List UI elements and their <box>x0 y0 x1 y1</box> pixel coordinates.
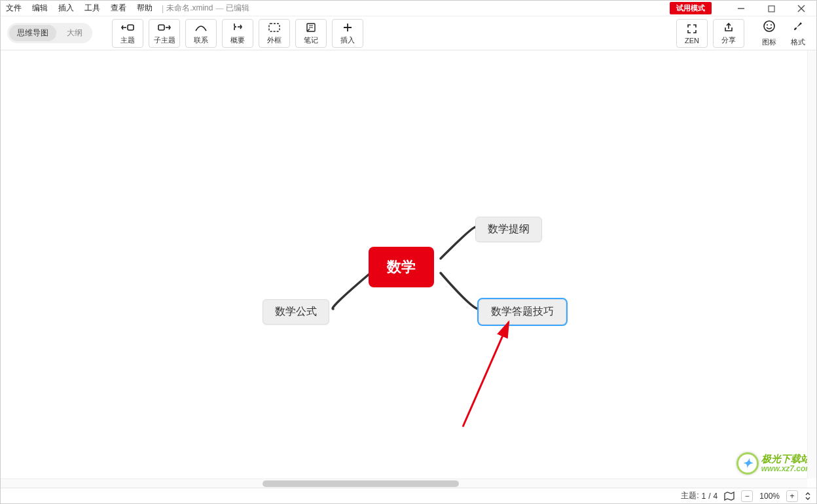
document-filename: 未命名.xmind <box>166 3 213 14</box>
topic-counter-total: 4 <box>714 492 718 501</box>
document-title: | 未命名.xmind — 已编辑 <box>162 3 249 14</box>
zen-icon <box>687 22 697 35</box>
note-icon <box>306 21 316 34</box>
plus-icon <box>342 21 353 34</box>
map-icon <box>724 492 735 501</box>
summary-button[interactable]: 概要 <box>222 19 253 48</box>
share-label: 分享 <box>721 35 736 45</box>
summary-icon <box>232 21 243 34</box>
boundary-label: 外框 <box>267 35 281 45</box>
menu-tools[interactable]: 工具 <box>79 1 105 16</box>
window-controls <box>726 1 816 16</box>
menubar: 文件 编辑 插入 工具 查看 帮助 | 未命名.xmind — 已编辑 试用模式 <box>1 1 816 16</box>
watermark-brand: 极光下载站 <box>761 454 812 465</box>
topic-counter-sep: / <box>708 492 710 501</box>
menu-edit[interactable]: 编辑 <box>27 1 53 16</box>
zoom-out-button[interactable]: − <box>741 490 753 502</box>
zen-label: ZEN <box>685 37 699 45</box>
zen-button[interactable]: ZEN <box>676 19 708 48</box>
svg-rect-4 <box>128 25 134 30</box>
note-button[interactable]: 笔记 <box>295 19 327 48</box>
topic-counter-current: 1 <box>702 492 706 501</box>
central-topic[interactable]: 数学 <box>369 247 434 287</box>
subtopic-label: 子主题 <box>154 35 175 45</box>
zoom-dropdown[interactable] <box>805 492 811 501</box>
app-window: 文件 编辑 插入 工具 查看 帮助 | 未命名.xmind — 已编辑 试用模式… <box>0 0 817 504</box>
mindmap-canvas[interactable]: 数学 数学公式 数学提纲 数学答题技巧 ✦ 极光下载站 www.xz7.com <box>1 50 816 488</box>
smile-icon <box>763 20 776 36</box>
view-switch: 思维导图 大纲 <box>7 23 92 43</box>
maximize-icon <box>768 5 775 12</box>
brush-icon <box>791 20 805 36</box>
minimize-button[interactable] <box>726 1 756 16</box>
horizontal-scrollbar[interactable] <box>1 478 807 488</box>
boundary-button[interactable]: 外框 <box>259 19 290 48</box>
minimize-icon <box>737 5 745 12</box>
toolbar-right-group: ZEN 分享 <box>676 19 744 48</box>
document-status: 已编辑 <box>226 3 249 14</box>
side-panel-toggles: 图标 格式 <box>757 20 810 47</box>
zoom-value: 100% <box>759 492 780 501</box>
toolbar-main-group: 主题 子主题 联系 概要 <box>112 19 363 48</box>
watermark-url: www.xz7.com <box>761 465 812 473</box>
topic-button[interactable]: 主题 <box>112 19 143 48</box>
icons-panel-button[interactable]: 图标 <box>757 20 781 47</box>
svg-line-11 <box>463 322 509 427</box>
insert-label: 插入 <box>340 35 355 45</box>
tab-outline[interactable]: 大纲 <box>59 25 90 41</box>
vertical-scrollbar[interactable] <box>807 50 816 478</box>
chevron-updown-icon <box>805 492 811 501</box>
relationship-label: 联系 <box>194 35 208 45</box>
svg-rect-6 <box>269 24 280 31</box>
svg-point-9 <box>767 24 768 26</box>
share-icon <box>723 21 734 34</box>
trial-mode-badge[interactable]: 试用模式 <box>670 2 712 14</box>
note-label: 笔记 <box>304 35 318 45</box>
subtopic-icon <box>158 21 171 34</box>
close-button[interactable] <box>786 1 816 16</box>
tab-mindmap[interactable]: 思维导图 <box>9 25 56 41</box>
summary-label: 概要 <box>230 35 245 45</box>
canvas-area[interactable]: 数学 数学公式 数学提纲 数学答题技巧 ✦ 极光下载站 www.xz7.com <box>1 50 816 488</box>
topic-icon <box>121 21 134 34</box>
zoom-in-button[interactable]: + <box>786 490 798 502</box>
icons-panel-label: 图标 <box>762 37 776 47</box>
svg-point-8 <box>764 21 774 31</box>
svg-rect-1 <box>769 6 774 12</box>
maximize-button[interactable] <box>756 1 786 16</box>
map-overview-button[interactable] <box>724 492 735 501</box>
relationship-icon <box>194 21 208 34</box>
menu-view[interactable]: 查看 <box>105 1 132 16</box>
share-button[interactable]: 分享 <box>713 19 744 48</box>
annotation-arrow <box>450 315 522 433</box>
svg-rect-5 <box>158 25 164 30</box>
svg-point-10 <box>771 24 772 26</box>
close-icon <box>797 5 805 12</box>
watermark-logo-icon: ✦ <box>736 452 759 475</box>
menu-file[interactable]: 文件 <box>1 1 27 16</box>
statusbar: 主题: 1 / 4 − 100% + <box>1 488 816 503</box>
topic-counter-label: 主题: <box>681 490 699 501</box>
topic-top-right[interactable]: 数学提纲 <box>475 217 542 242</box>
format-panel-label: 格式 <box>791 37 805 47</box>
relationship-button[interactable]: 联系 <box>185 19 217 48</box>
boundary-icon <box>268 21 280 34</box>
topic-left[interactable]: 数学公式 <box>263 299 329 325</box>
horizontal-scrollbar-thumb[interactable] <box>263 480 459 487</box>
menu-help[interactable]: 帮助 <box>132 1 158 16</box>
topic-label: 主题 <box>120 35 135 45</box>
subtopic-button[interactable]: 子主题 <box>149 19 180 48</box>
watermark: ✦ 极光下载站 www.xz7.com <box>736 452 812 475</box>
format-panel-button[interactable]: 格式 <box>786 20 810 47</box>
insert-button[interactable]: 插入 <box>332 19 363 48</box>
menu-insert[interactable]: 插入 <box>53 1 79 16</box>
toolbar: 思维导图 大纲 主题 子主题 联系 <box>1 16 816 50</box>
topic-counter: 主题: 1 / 4 <box>681 490 717 501</box>
